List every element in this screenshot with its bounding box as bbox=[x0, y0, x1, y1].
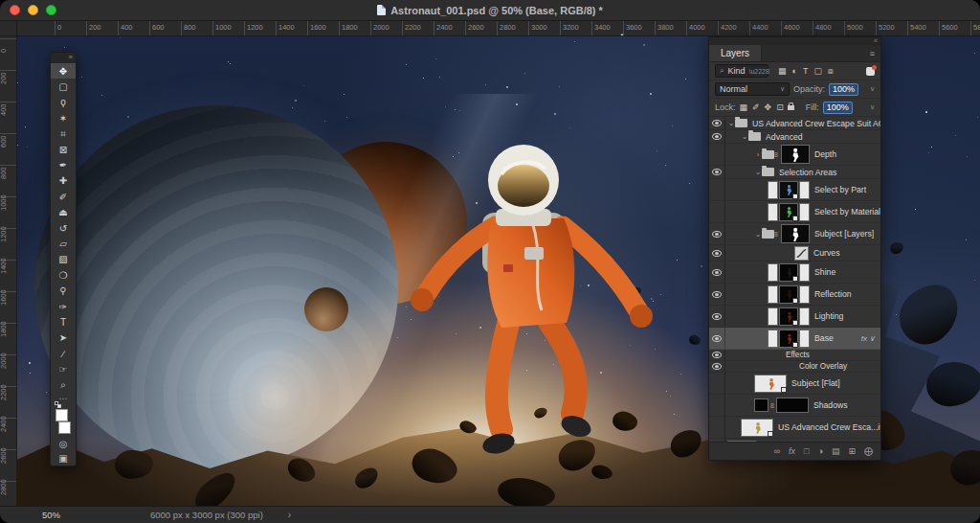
panel-collapse-icon[interactable]: « bbox=[709, 37, 880, 45]
layer-row[interactable]: 8Shadows bbox=[709, 395, 880, 417]
eye-icon[interactable] bbox=[712, 250, 722, 257]
eye-icon[interactable] bbox=[712, 313, 722, 320]
layer-row[interactable]: Shine bbox=[709, 262, 880, 284]
layer-visibility-cell[interactable] bbox=[709, 262, 725, 283]
brush-tool[interactable]: ✐ bbox=[51, 189, 76, 204]
layer-row[interactable]: Effects bbox=[709, 350, 880, 361]
eye-icon[interactable] bbox=[712, 231, 722, 238]
layer-row[interactable]: ›8Depth bbox=[709, 144, 880, 166]
zoom-window-button[interactable] bbox=[46, 5, 56, 15]
eye-icon[interactable] bbox=[712, 133, 722, 140]
eye-icon[interactable] bbox=[712, 335, 722, 342]
layer-visibility-cell[interactable] bbox=[709, 395, 725, 416]
layer-visibility-cell[interactable] bbox=[709, 144, 725, 165]
lock-icon-3[interactable]: ⊡ bbox=[776, 102, 784, 112]
path-selection-tool[interactable]: ➤ bbox=[51, 330, 76, 346]
layer-visibility-cell[interactable] bbox=[709, 350, 725, 360]
minimize-window-button[interactable] bbox=[28, 5, 38, 15]
status-zoom-field[interactable]: 50% bbox=[0, 510, 74, 520]
clone-stamp-tool[interactable]: ⏏ bbox=[51, 205, 76, 220]
new-layer-icon[interactable]: ⊞ bbox=[848, 446, 856, 456]
healing-brush-tool[interactable]: ✚ bbox=[51, 173, 76, 189]
eye-icon[interactable] bbox=[712, 352, 722, 358]
crop-tool[interactable]: ⌗ bbox=[51, 126, 76, 142]
filter-toggle-switch[interactable] bbox=[866, 67, 875, 76]
move-tool[interactable]: ✥ bbox=[51, 63, 76, 79]
hand-tool[interactable]: ☞ bbox=[51, 361, 76, 376]
gradient-tool[interactable]: ▧ bbox=[51, 252, 76, 267]
foreground-color-swatch[interactable] bbox=[56, 409, 68, 421]
background-color-swatch[interactable] bbox=[58, 421, 71, 434]
filter-icon-2[interactable]: T bbox=[803, 66, 809, 77]
type-tool[interactable]: T bbox=[51, 314, 76, 330]
opacity-dropdown-arrow[interactable]: ∨ bbox=[870, 85, 875, 93]
screen-mode-icon[interactable]: ▣ bbox=[51, 451, 76, 466]
opacity-field[interactable]: 100% bbox=[829, 83, 858, 96]
pen-tool[interactable]: ✑ bbox=[51, 299, 76, 314]
group-chevron-icon[interactable]: ⌄ bbox=[754, 168, 762, 176]
group-chevron-icon[interactable]: ⌄ bbox=[741, 132, 748, 141]
layer-visibility-cell[interactable] bbox=[709, 417, 725, 438]
layer-row[interactable]: ⌄8Subject [Layers] bbox=[709, 223, 880, 245]
default-colors-icon[interactable] bbox=[55, 401, 62, 408]
new-group-icon[interactable]: ▤ bbox=[832, 446, 840, 456]
link-layers-icon[interactable]: ∞ bbox=[774, 446, 780, 456]
group-chevron-icon[interactable]: ⌄ bbox=[754, 230, 762, 239]
layer-visibility-cell[interactable] bbox=[709, 179, 725, 200]
eyedropper-tool[interactable]: ✒ bbox=[51, 157, 76, 172]
layer-visibility-cell[interactable] bbox=[709, 361, 725, 372]
panel-menu-icon[interactable]: ≡ bbox=[870, 49, 880, 58]
zoom-tool[interactable]: ⌕ bbox=[51, 377, 76, 393]
layer-row[interactable]: Background bbox=[709, 439, 880, 442]
layer-row[interactable]: ⌄Selection Areas bbox=[709, 166, 880, 179]
eye-icon[interactable] bbox=[712, 269, 722, 276]
layer-visibility-cell[interactable] bbox=[709, 306, 725, 327]
lock-icon-2[interactable]: ✥ bbox=[765, 102, 772, 112]
frame-tool[interactable]: ⊠ bbox=[51, 142, 76, 157]
layer-row[interactable]: ⌄US Advanced Crew Escape Suit ACES Rigge… bbox=[709, 117, 880, 130]
add-mask-icon[interactable]: □ bbox=[804, 446, 809, 456]
adjustment-layer-icon[interactable]: ◑ bbox=[818, 446, 823, 456]
layer-row[interactable]: Color Overlay bbox=[709, 361, 880, 373]
lasso-tool[interactable]: ϙ bbox=[51, 95, 76, 110]
fill-field[interactable]: 100% bbox=[823, 102, 853, 114]
group-chevron-icon[interactable]: › bbox=[754, 150, 762, 159]
filter-icon-4[interactable]: ⧈ bbox=[828, 66, 834, 77]
layer-visibility-cell[interactable] bbox=[709, 130, 725, 143]
eye-icon[interactable] bbox=[712, 291, 722, 298]
blend-mode-dropdown[interactable]: Normal ∨ bbox=[715, 82, 790, 96]
delete-layer-icon[interactable]: ⨁ bbox=[864, 446, 873, 456]
ruler-origin-corner[interactable] bbox=[0, 21, 17, 36]
filter-kind-dropdown[interactable]: ⌕ Kind \u2228 bbox=[715, 64, 768, 78]
dodge-tool[interactable]: ⚲ bbox=[51, 283, 76, 298]
layer-visibility-cell[interactable] bbox=[709, 284, 725, 305]
layer-row[interactable]: Basefx ∨ bbox=[709, 328, 880, 350]
layer-row[interactable]: Select by Material bbox=[709, 201, 880, 223]
filter-icon-0[interactable]: ▦ bbox=[778, 66, 787, 77]
layer-visibility-cell[interactable] bbox=[709, 117, 725, 129]
status-options-chevron[interactable]: › bbox=[263, 510, 291, 520]
tab-layers[interactable]: Layers bbox=[709, 45, 762, 61]
filter-icon-1[interactable]: ◐ bbox=[792, 66, 797, 77]
layer-row[interactable]: Curves bbox=[709, 245, 880, 262]
layer-row[interactable]: ⌄Advanced bbox=[709, 130, 880, 144]
layer-visibility-cell[interactable] bbox=[709, 166, 725, 178]
layer-visibility-cell[interactable] bbox=[709, 201, 725, 222]
object-selection-tool[interactable]: ✶ bbox=[51, 110, 76, 125]
layer-row[interactable]: Select by Part bbox=[709, 179, 880, 201]
layer-row[interactable]: Reflection bbox=[709, 284, 880, 306]
lock-icon-1[interactable]: ✐ bbox=[752, 102, 760, 112]
horizontal-ruler[interactable]: 0200400600800100012001400160018002000220… bbox=[17, 21, 980, 36]
vertical-ruler[interactable]: 0200400600800100012001400160018002000220… bbox=[0, 36, 17, 506]
layer-row[interactable]: Subject [Flat] bbox=[709, 373, 880, 395]
eye-icon[interactable] bbox=[712, 169, 722, 175]
blur-tool[interactable]: ❍ bbox=[51, 267, 76, 283]
lock-icon-0[interactable]: ▦ bbox=[740, 102, 748, 112]
line-tool[interactable]: ∕ bbox=[51, 346, 76, 361]
filter-icon-3[interactable]: ▢ bbox=[813, 66, 822, 77]
layer-visibility-cell[interactable] bbox=[709, 245, 725, 261]
layer-row[interactable]: US Advanced Crew Esca...it ACES-H16 (STA… bbox=[709, 417, 880, 439]
marquee-tool[interactable]: ▢ bbox=[51, 79, 76, 94]
layer-row[interactable]: Lighting bbox=[709, 306, 880, 328]
eye-icon[interactable] bbox=[712, 120, 722, 126]
